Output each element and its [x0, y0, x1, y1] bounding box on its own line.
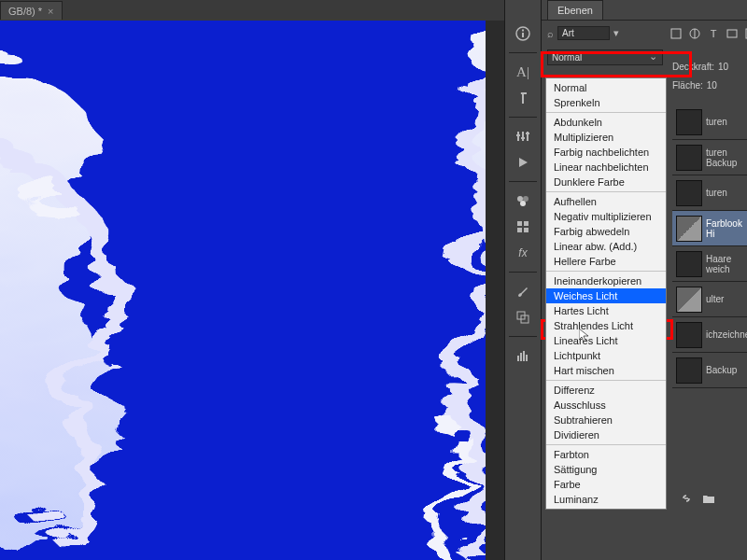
link-icon[interactable] — [680, 492, 693, 507]
brush-icon[interactable] — [510, 280, 536, 302]
filter-type-icon[interactable]: T — [707, 27, 720, 40]
layer-item[interactable]: turen — [672, 175, 747, 211]
svg-rect-9 — [521, 137, 525, 139]
character-icon[interactable]: A| — [510, 61, 536, 83]
svg-rect-26 — [727, 30, 737, 37]
blend-option[interactable]: Aufhellen — [546, 194, 666, 209]
collapsed-panel-strip: A| fx — [504, 0, 542, 560]
document-tabbar: GB/8) * × — [0, 0, 504, 21]
blend-option[interactable]: Lichtpunkt — [546, 348, 666, 363]
blend-option[interactable]: Farbig abwedeln — [546, 224, 666, 239]
document-tab-label: GB/8) * — [8, 6, 42, 17]
layer-label: ichzeichner — [706, 329, 747, 340]
layer-item[interactable]: turen Backup — [672, 140, 747, 175]
chevron-down-icon[interactable]: ▾ — [613, 27, 619, 39]
layer-item[interactable]: ulter — [672, 282, 747, 317]
svg-rect-14 — [517, 221, 522, 226]
panel-tabbar: Ebenen — [542, 0, 747, 21]
layer-filter-icons: T — [623, 27, 747, 40]
blend-option[interactable]: Lineares Licht — [546, 333, 666, 348]
layer-item[interactable]: Backup — [672, 353, 747, 388]
blend-option[interactable]: Negativ multiplizieren — [546, 209, 666, 224]
svg-rect-6 — [522, 132, 524, 141]
layer-thumb-icon — [676, 287, 702, 313]
filter-pixel-icon[interactable] — [669, 27, 683, 40]
document-tab[interactable]: GB/8) * × — [0, 1, 63, 20]
layer-thumb-icon — [676, 322, 702, 348]
blend-option-selected[interactable]: Weiches Licht — [546, 288, 666, 303]
blend-option[interactable]: Hart mischen — [546, 363, 666, 378]
svg-rect-22 — [523, 351, 525, 361]
actions-icon[interactable] — [510, 151, 536, 174]
fill-label: Fläche: — [672, 80, 703, 91]
layer-item[interactable]: Farblook Hi — [672, 211, 747, 246]
blend-option[interactable]: Dividieren — [546, 427, 666, 442]
adjustments-icon[interactable] — [510, 125, 536, 147]
canvas[interactable] — [0, 21, 486, 560]
svg-rect-17 — [524, 228, 529, 232]
layer-item[interactable]: Haare weich — [672, 246, 747, 282]
clone-icon[interactable] — [510, 306, 536, 329]
layer-label: turen Backup — [706, 147, 747, 168]
svg-rect-23 — [526, 355, 528, 361]
layers-list: turen turen Backup turen Farblook Hi Haa… — [672, 105, 747, 388]
blend-option[interactable]: Multiplizieren — [546, 130, 666, 145]
blend-option[interactable]: Ineinanderkopieren — [546, 273, 666, 288]
blend-mode-select[interactable]: Normal — [547, 49, 663, 65]
layer-thumb-icon — [676, 145, 702, 171]
blend-option[interactable]: Normal — [546, 80, 666, 95]
blend-option[interactable]: Linear abw. (Add.) — [546, 239, 666, 254]
svg-rect-4 — [522, 30, 524, 32]
blend-option[interactable]: Hartes Licht — [546, 303, 666, 318]
layer-filter-input[interactable] — [557, 26, 610, 40]
folder-icon[interactable] — [702, 492, 715, 507]
svg-rect-8 — [516, 134, 520, 136]
histogram-icon[interactable] — [510, 344, 536, 367]
svg-rect-24 — [671, 29, 681, 38]
fx-icon[interactable]: fx — [510, 242, 536, 264]
layer-thumb-icon — [676, 251, 702, 277]
search-icon: ⌕ — [547, 28, 554, 39]
filter-adjust-icon[interactable] — [688, 27, 701, 40]
blend-option[interactable]: Ausschluss — [546, 398, 666, 413]
layer-label: Farblook Hi — [706, 218, 747, 239]
info-icon[interactable] — [510, 22, 536, 45]
fill-row: Fläche: 10 — [672, 80, 747, 91]
tab-layers[interactable]: Ebenen — [547, 0, 603, 20]
blend-option[interactable]: Linear nachbelichten — [546, 160, 666, 175]
blend-option[interactable]: Luminanz — [546, 492, 666, 507]
opacity-value[interactable]: 10 — [718, 62, 728, 72]
svg-rect-21 — [520, 353, 522, 361]
svg-rect-3 — [522, 33, 524, 37]
layer-item[interactable]: ichzeichner — [672, 317, 747, 353]
close-icon[interactable]: × — [48, 6, 53, 17]
blend-option[interactable]: Farbe — [546, 477, 666, 492]
blend-option[interactable]: Dunklere Farbe — [546, 175, 666, 189]
canvas-area[interactable] — [0, 21, 504, 560]
opacity-row: Deckkraft: 10 — [672, 62, 747, 72]
blend-option[interactable]: Sprenkeln — [546, 95, 666, 110]
layer-label: Backup — [706, 365, 737, 375]
blend-option[interactable]: Sättigung — [546, 462, 666, 477]
opacity-label: Deckkraft: — [672, 62, 714, 72]
layer-item[interactable]: turen — [672, 105, 747, 140]
svg-rect-10 — [526, 133, 529, 134]
filter-shape-icon[interactable] — [726, 27, 739, 40]
blend-option[interactable]: Farbig nachbelichten — [546, 145, 666, 160]
layer-thumb-icon — [676, 109, 702, 135]
svg-point-11 — [517, 196, 523, 202]
paragraph-icon[interactable] — [510, 87, 536, 109]
blend-option[interactable]: Differenz — [546, 383, 666, 398]
blend-option[interactable]: Strahlendes Licht — [546, 318, 666, 333]
blend-option[interactable]: Subtrahieren — [546, 413, 666, 427]
blend-option[interactable]: Hellere Farbe — [546, 254, 666, 269]
layer-thumb-icon — [676, 216, 702, 242]
svg-rect-20 — [517, 356, 519, 361]
blend-option[interactable]: Farbton — [546, 447, 666, 462]
svg-point-13 — [520, 201, 526, 206]
fill-value[interactable]: 10 — [707, 80, 717, 91]
swatches-icon[interactable] — [510, 189, 536, 212]
blend-mode-dropdown[interactable]: Normal Sprenkeln Abdunkeln Multipliziere… — [545, 77, 667, 510]
blend-option[interactable]: Abdunkeln — [546, 115, 666, 130]
grid-icon[interactable] — [510, 216, 536, 238]
